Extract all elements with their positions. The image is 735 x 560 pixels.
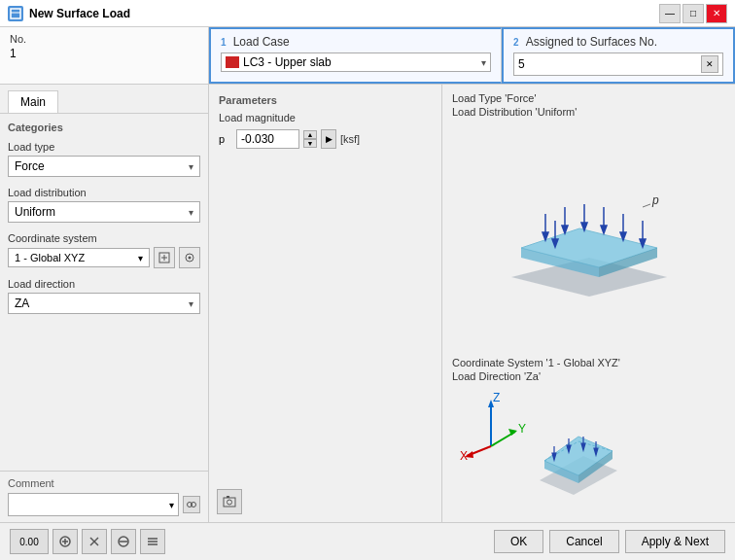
load-direction-group: Load direction ZA ▾ xyxy=(8,278,200,314)
bottom-tools: 0.00 xyxy=(10,529,488,554)
spin-down-button[interactable]: ▼ xyxy=(303,139,317,148)
top-diagram: p xyxy=(452,127,725,349)
coordinate-system-group: Coordinate system 1 - Global XYZ ▾ xyxy=(8,232,200,268)
load-unit: [ksf] xyxy=(340,133,360,145)
assigned-value: 5 xyxy=(518,57,701,71)
load-type-chevron-icon: ▾ xyxy=(189,161,193,172)
no-label: No. xyxy=(10,33,198,45)
categories-panel: Categories Load type Force ▾ Load distri… xyxy=(0,114,208,471)
spin-up-button[interactable]: ▲ xyxy=(303,130,317,139)
apply-next-button[interactable]: Apply & Next xyxy=(625,530,725,553)
value-display: 0.00 xyxy=(10,529,49,554)
svg-rect-11 xyxy=(224,498,235,507)
load-direction-dropdown[interactable]: ZA ▾ xyxy=(8,293,200,314)
load-p-symbol: p xyxy=(219,133,232,145)
no-section: No. 1 xyxy=(0,27,209,84)
load-play-button[interactable]: ▶ xyxy=(321,129,336,149)
coord-diagram-area: Z Y X xyxy=(452,388,725,514)
content-area: Main Categories Load type Force ▾ Load d… xyxy=(0,85,735,522)
load-case-label: 1 Load Case xyxy=(221,35,491,49)
coordinate-edit-button[interactable] xyxy=(154,247,175,268)
load-magnitude-row: p ▲ ▼ ▶ [ksf] xyxy=(219,129,432,149)
load-case-color-swatch xyxy=(226,56,239,68)
comment-dropdown-icon: ▾ xyxy=(169,500,174,510)
axis-diagram-svg: Z Y X xyxy=(452,388,530,466)
svg-rect-13 xyxy=(227,496,229,498)
load-magnitude-input[interactable] xyxy=(236,129,299,149)
coordinate-select-button[interactable] xyxy=(179,247,200,268)
coordinate-system-label: Coordinate system xyxy=(8,232,200,244)
load-type-dropdown[interactable]: Force ▾ xyxy=(8,156,200,177)
assigned-input[interactable]: 5 ✕ xyxy=(513,52,723,76)
load-type-label: Load type xyxy=(8,141,200,153)
comment-link-button[interactable] xyxy=(183,496,200,513)
dialog-buttons: OK Cancel Apply & Next xyxy=(494,530,725,553)
no-value: 1 xyxy=(10,47,198,60)
load-spinner: ▲ ▼ xyxy=(303,130,317,148)
app-icon xyxy=(8,6,23,21)
comment-section: Comment ▾ xyxy=(0,471,208,522)
svg-point-6 xyxy=(189,257,192,260)
parameters-title: Parameters xyxy=(209,85,441,112)
coord-info-line1: Coordinate System '1 - Global XYZ' xyxy=(452,357,725,368)
comment-input[interactable]: ▾ xyxy=(8,493,179,516)
tilted-diagram-svg xyxy=(520,388,647,514)
coordinate-system-row: 1 - Global XYZ ▾ xyxy=(8,247,200,268)
load-distribution-dropdown[interactable]: Uniform ▾ xyxy=(8,201,200,223)
right-panel: Load Type 'Force' Load Distribution 'Uni… xyxy=(442,85,735,522)
load-type-info-line2: Load Distribution 'Uniform' xyxy=(452,106,725,118)
load-distribution-value: Uniform xyxy=(15,205,189,219)
middle-bottom xyxy=(209,481,441,522)
svg-text:Z: Z xyxy=(493,391,500,404)
main-content: No. 1 1 Load Case LC3 - Upper slab ▾ 2 A… xyxy=(0,27,735,560)
load-magnitude-label: Load magnitude xyxy=(219,112,432,123)
load-case-dropdown[interactable]: LC3 - Upper slab ▾ xyxy=(221,52,491,72)
coordinate-system-value: 1 - Global XYZ xyxy=(15,252,138,263)
tab-main[interactable]: Main xyxy=(8,90,58,113)
assigned-label: 2 Assigned to Surfaces No. xyxy=(513,35,723,49)
svg-text:X: X xyxy=(460,449,468,463)
load-distribution-label: Load distribution xyxy=(8,187,200,198)
top-row: No. 1 1 Load Case LC3 - Upper slab ▾ 2 A… xyxy=(0,27,735,85)
assigned-clear-button[interactable]: ✕ xyxy=(701,55,718,73)
comment-value xyxy=(13,496,169,513)
cancel-button[interactable]: Cancel xyxy=(549,530,618,553)
tool-button-3[interactable] xyxy=(111,529,136,554)
window-title: New Surface Load xyxy=(29,7,653,20)
ok-button[interactable]: OK xyxy=(494,530,543,553)
title-bar: New Surface Load — □ ✕ xyxy=(0,0,735,27)
coordinate-system-dropdown[interactable]: 1 - Global XYZ ▾ xyxy=(8,248,150,267)
svg-marker-25 xyxy=(601,226,607,233)
coord-info-line2: Load Direction 'Za' xyxy=(452,370,725,382)
load-direction-value: ZA xyxy=(15,297,189,310)
load-case-section: 1 Load Case LC3 - Upper slab ▾ xyxy=(209,27,502,84)
tool-button-1[interactable] xyxy=(52,529,78,554)
coordinate-chevron-icon: ▾ xyxy=(138,253,143,263)
middle-panel: Parameters Load magnitude p ▲ ▼ ▶ [ksf] xyxy=(209,85,442,522)
left-panel: Main Categories Load type Force ▾ Load d… xyxy=(0,85,209,522)
bottom-bar: 0.00 OK Cancel Apply & Next xyxy=(0,522,735,560)
minimize-button[interactable]: — xyxy=(659,4,681,23)
categories-title: Categories xyxy=(8,122,200,133)
load-direction-label: Load direction xyxy=(8,278,200,290)
load-case-chevron-icon: ▾ xyxy=(481,57,486,68)
svg-rect-0 xyxy=(11,9,20,18)
window-controls: — □ ✕ xyxy=(659,4,727,23)
comment-row: ▾ xyxy=(8,493,200,516)
tool-button-4[interactable] xyxy=(140,529,165,554)
close-button[interactable]: ✕ xyxy=(706,4,727,23)
load-distribution-chevron-icon: ▾ xyxy=(189,207,193,218)
comment-label: Comment xyxy=(8,477,200,489)
load-case-text: LC3 - Upper slab xyxy=(243,55,481,69)
tabs-row: Main xyxy=(0,85,208,114)
force-diagram-svg: p xyxy=(492,160,686,316)
maximize-button[interactable]: □ xyxy=(682,4,704,23)
load-type-info-line1: Load Type 'Force' xyxy=(452,92,725,104)
load-type-value: Force xyxy=(15,159,189,173)
middle-spacer xyxy=(209,149,441,481)
svg-point-12 xyxy=(228,500,232,505)
load-distribution-group: Load distribution Uniform ▾ xyxy=(8,187,200,223)
tool-button-2[interactable] xyxy=(82,529,107,554)
screenshot-button[interactable] xyxy=(217,489,242,514)
assigned-section: 2 Assigned to Surfaces No. 5 ✕ xyxy=(502,27,735,84)
